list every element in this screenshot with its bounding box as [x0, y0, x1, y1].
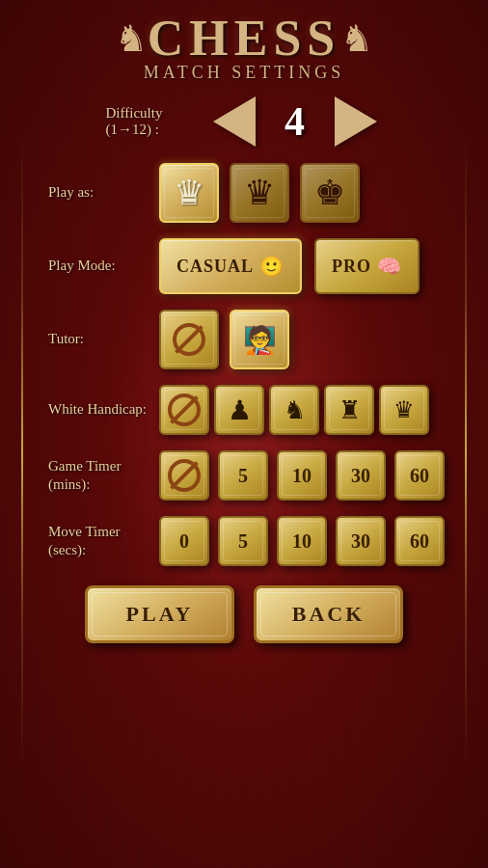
no-game-timer-button[interactable] — [159, 450, 209, 501]
knight-right-icon: ♞ — [340, 17, 373, 60]
game-timer-60-label: 60 — [410, 465, 429, 487]
yes-tutor-button[interactable]: 🧑‍🏫 — [230, 310, 289, 369]
play-as-controls: ♛ ♛ ♚ — [159, 163, 366, 223]
move-timer-60-button[interactable]: 60 — [394, 516, 445, 566]
knight-icon: ♞ — [284, 395, 306, 425]
move-timer-10-label: 10 — [292, 530, 312, 553]
rook-handicap-button[interactable]: ♜ — [324, 385, 374, 435]
no-handicap-button[interactable] — [159, 385, 209, 435]
action-buttons: PLAY BACK — [48, 585, 440, 643]
move-timer-label: Move Timer (secs): — [48, 523, 159, 560]
white-handicap-label: White Handicap: — [48, 400, 159, 420]
queen-handicap-button[interactable]: ♛ — [379, 385, 429, 435]
difficulty-row: Difficulty (1→12) : 4 — [48, 97, 440, 146]
game-timer-10-label: 10 — [292, 465, 312, 487]
game-timer-10-button[interactable]: 10 — [277, 450, 327, 501]
game-timer-section: Game Timer (mins): 5 10 30 60 — [48, 450, 440, 501]
knight-left-icon: ♞ — [115, 17, 148, 60]
play-as-white-button[interactable]: ♛ — [159, 163, 219, 223]
move-timer-controls: 0 5 10 30 60 — [159, 516, 448, 566]
black-king-icon: ♚ — [314, 173, 345, 213]
tutor-controls: 🧑‍🏫 — [159, 310, 295, 369]
play-mode-label: Play Mode: — [48, 257, 159, 276]
move-timer-0-label: 0 — [179, 530, 189, 553]
smiley-icon: 🙂 — [259, 255, 285, 278]
move-timer-section: Move Timer (secs): 0 5 10 30 60 — [48, 516, 440, 566]
pro-label: PRO — [332, 257, 371, 277]
no-tutor-button[interactable] — [159, 310, 219, 369]
move-timer-30-button[interactable]: 30 — [336, 516, 386, 566]
knight-handicap-button[interactable]: ♞ — [269, 385, 319, 435]
brain-icon: 🧠 — [377, 255, 402, 278]
game-timer-60-button[interactable]: 60 — [394, 450, 445, 501]
casual-mode-button[interactable]: CASUAL 🙂 — [159, 238, 302, 294]
pawn-icon: ♟ — [228, 394, 252, 426]
tutor-person-icon: 🧑‍🏫 — [243, 324, 277, 356]
play-as-black-king-button[interactable]: ♚ — [300, 163, 360, 223]
pawn-handicap-button[interactable]: ♟ — [214, 385, 264, 435]
tutor-section: Tutor: 🧑‍🏫 — [48, 310, 440, 369]
no-timer-icon — [168, 459, 201, 492]
back-label: BACK — [292, 602, 366, 627]
play-mode-controls: CASUAL 🙂 PRO 🧠 — [159, 238, 427, 294]
left-arrow-icon — [213, 96, 256, 147]
handicap-controls: ♟ ♞ ♜ ♛ — [159, 385, 429, 435]
no-handicap-icon — [168, 393, 201, 426]
difficulty-value: 4 — [271, 98, 319, 145]
play-button[interactable]: PLAY — [85, 585, 234, 643]
game-timer-controls: 5 10 30 60 — [159, 450, 448, 501]
queen-handicap-icon: ♛ — [393, 396, 415, 423]
game-timer-5-label: 5 — [238, 465, 248, 487]
move-timer-60-label: 60 — [410, 530, 429, 553]
game-timer-label: Game Timer (mins): — [48, 457, 159, 495]
rook-icon: ♜ — [339, 395, 361, 425]
difficulty-label: Difficulty (1→12) : — [106, 105, 198, 138]
right-arrow-icon — [335, 96, 377, 147]
difficulty-increase-button[interactable] — [329, 97, 383, 146]
play-as-section: Play as: ♛ ♛ ♚ — [48, 163, 440, 223]
white-handicap-section: White Handicap: ♟ ♞ ♜ ♛ — [48, 385, 440, 435]
game-timer-5-button[interactable]: 5 — [218, 450, 268, 501]
no-symbol-icon — [173, 323, 205, 356]
tutor-label: Tutor: — [48, 330, 159, 349]
play-as-label: Play as: — [48, 183, 159, 203]
game-timer-30-label: 30 — [351, 465, 370, 487]
back-button[interactable]: BACK — [254, 585, 403, 643]
move-timer-0-button[interactable]: 0 — [159, 516, 209, 566]
move-timer-5-label: 5 — [238, 530, 248, 553]
play-as-black-queen-button[interactable]: ♛ — [230, 163, 289, 223]
move-timer-10-button[interactable]: 10 — [277, 516, 327, 566]
pro-mode-button[interactable]: PRO 🧠 — [314, 238, 420, 294]
difficulty-decrease-button[interactable] — [207, 97, 261, 146]
move-timer-30-label: 30 — [351, 530, 370, 553]
play-mode-section: Play Mode: CASUAL 🙂 PRO 🧠 — [48, 238, 440, 294]
game-timer-30-button[interactable]: 30 — [336, 450, 386, 501]
white-queen-icon: ♛ — [174, 173, 204, 213]
app-header: ♞ CHESS ♞ MATCH SETTINGS — [0, 0, 488, 83]
play-label: PLAY — [126, 602, 194, 627]
casual-label: CASUAL — [176, 257, 254, 277]
app-title: CHESS — [148, 10, 341, 67]
move-timer-5-button[interactable]: 5 — [218, 516, 268, 566]
page-title: MATCH SETTINGS — [0, 63, 488, 83]
black-queen-icon: ♛ — [244, 173, 275, 213]
